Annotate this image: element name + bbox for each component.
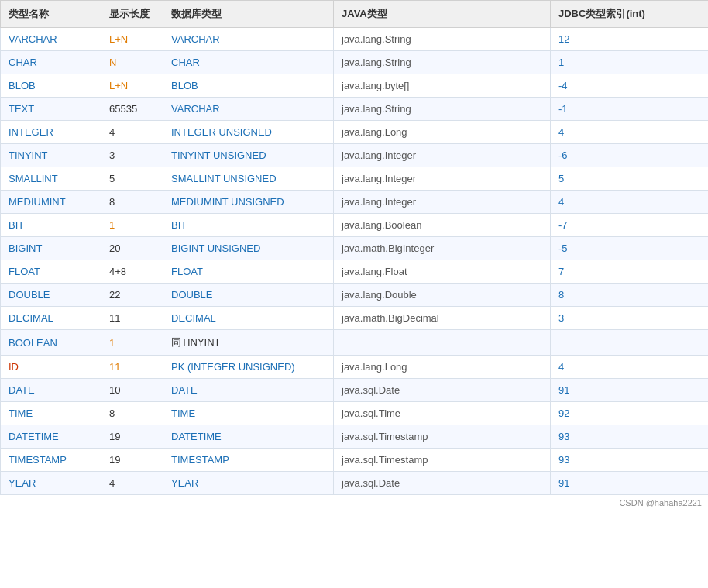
cell-type: MEDIUMINT xyxy=(1,191,101,214)
cell-len: 65535 xyxy=(101,98,163,121)
cell-java: java.sql.Time xyxy=(334,402,551,425)
cell-java: java.math.BigInteger xyxy=(334,237,551,260)
table-row: DOUBLE22DOUBLEjava.lang.Double8 xyxy=(1,284,709,307)
table-row: TEXT65535VARCHARjava.lang.String-1 xyxy=(1,98,709,121)
cell-type: DATE xyxy=(1,379,101,402)
cell-len: 19 xyxy=(101,425,163,449)
cell-db: TIMESTAMP xyxy=(163,449,334,472)
cell-jdbc: 8 xyxy=(551,284,709,307)
cell-jdbc: 92 xyxy=(551,402,709,425)
table-row: BIGINT20BIGINT UNSIGNEDjava.math.BigInte… xyxy=(1,237,709,260)
cell-len: 22 xyxy=(101,284,163,307)
cell-jdbc: 91 xyxy=(551,472,709,495)
cell-len: 4 xyxy=(101,472,163,495)
cell-java: java.lang.Integer xyxy=(334,144,551,167)
cell-type: DATETIME xyxy=(1,425,101,449)
cell-len: 8 xyxy=(101,402,163,425)
cell-db: PK (INTEGER UNSIGNED) xyxy=(163,356,334,379)
cell-jdbc: 3 xyxy=(551,307,709,330)
cell-type: TIMESTAMP xyxy=(1,449,101,472)
cell-java: java.sql.Date xyxy=(334,472,551,495)
cell-jdbc: 5 xyxy=(551,167,709,191)
table-row: TINYINT3TINYINT UNSIGNEDjava.lang.Intege… xyxy=(1,144,709,167)
cell-type: BIGINT xyxy=(1,237,101,260)
cell-len: 8 xyxy=(101,191,163,214)
cell-len: 19 xyxy=(101,449,163,472)
cell-type: INTEGER xyxy=(1,121,101,144)
cell-db: DATETIME xyxy=(163,425,334,449)
table-row: DATETIME19DATETIMEjava.sql.Timestamp93 xyxy=(1,425,709,449)
cell-db: DOUBLE xyxy=(163,284,334,307)
cell-len: 1 xyxy=(101,214,163,237)
cell-len: 20 xyxy=(101,237,163,260)
header-jdbc: JDBC类型索引(int) xyxy=(551,1,709,28)
cell-len: L+N xyxy=(101,28,163,51)
cell-db: VARCHAR xyxy=(163,98,334,121)
cell-type: TINYINT xyxy=(1,144,101,167)
cell-java: java.sql.Timestamp xyxy=(334,425,551,449)
cell-java: java.lang.Long xyxy=(334,121,551,144)
table-row: INTEGER4INTEGER UNSIGNEDjava.lang.Long4 xyxy=(1,121,709,144)
cell-jdbc: 12 xyxy=(551,28,709,51)
header-type: 类型名称 xyxy=(1,1,101,28)
table-row: BLOBL+NBLOBjava.lang.byte[]-4 xyxy=(1,74,709,98)
cell-type: DECIMAL xyxy=(1,307,101,330)
cell-java: java.lang.byte[] xyxy=(334,74,551,98)
cell-type: FLOAT xyxy=(1,260,101,284)
cell-java: java.sql.Timestamp xyxy=(334,449,551,472)
cell-db: INTEGER UNSIGNED xyxy=(163,121,334,144)
table-row: DECIMAL11DECIMALjava.math.BigDecimal3 xyxy=(1,307,709,330)
header-java: JAVA类型 xyxy=(334,1,551,28)
cell-type: BIT xyxy=(1,214,101,237)
cell-db: SMALLINT UNSIGNED xyxy=(163,167,334,191)
cell-len: 10 xyxy=(101,379,163,402)
table-row: CHARNCHARjava.lang.String1 xyxy=(1,51,709,74)
cell-java: java.sql.Date xyxy=(334,379,551,402)
cell-jdbc: 1 xyxy=(551,51,709,74)
table-row: FLOAT4+8FLOATjava.lang.Float7 xyxy=(1,260,709,284)
cell-type: VARCHAR xyxy=(1,28,101,51)
cell-len: N xyxy=(101,51,163,74)
cell-db: DATE xyxy=(163,379,334,402)
cell-db: BIGINT UNSIGNED xyxy=(163,237,334,260)
cell-type: CHAR xyxy=(1,51,101,74)
cell-db: VARCHAR xyxy=(163,28,334,51)
cell-java xyxy=(334,330,551,356)
cell-db: BLOB xyxy=(163,74,334,98)
cell-jdbc: 93 xyxy=(551,449,709,472)
cell-len: 4+8 xyxy=(101,260,163,284)
cell-type: TEXT xyxy=(1,98,101,121)
cell-java: java.lang.Boolean xyxy=(334,214,551,237)
cell-len: 5 xyxy=(101,167,163,191)
cell-java: java.lang.Integer xyxy=(334,167,551,191)
cell-jdbc: -5 xyxy=(551,237,709,260)
cell-len: 1 xyxy=(101,330,163,356)
cell-db: CHAR xyxy=(163,51,334,74)
cell-db: TINYINT UNSIGNED xyxy=(163,144,334,167)
cell-jdbc xyxy=(551,330,709,356)
cell-jdbc: 4 xyxy=(551,191,709,214)
cell-db: BIT xyxy=(163,214,334,237)
cell-java: java.lang.String xyxy=(334,51,551,74)
table-row: MEDIUMINT8MEDIUMINT UNSIGNEDjava.lang.In… xyxy=(1,191,709,214)
cell-java: java.lang.String xyxy=(334,28,551,51)
cell-jdbc: -7 xyxy=(551,214,709,237)
table-row: VARCHARL+NVARCHARjava.lang.String12 xyxy=(1,28,709,51)
cell-jdbc: -6 xyxy=(551,144,709,167)
cell-jdbc: 4 xyxy=(551,121,709,144)
cell-type: YEAR xyxy=(1,472,101,495)
table-row: TIME8TIMEjava.sql.Time92 xyxy=(1,402,709,425)
table-header: 类型名称 显示长度 数据库类型 JAVA类型 JDBC类型索引(int) xyxy=(1,1,709,28)
cell-type: DOUBLE xyxy=(1,284,101,307)
cell-len: 11 xyxy=(101,356,163,379)
cell-java: java.lang.Float xyxy=(334,260,551,284)
cell-java: java.math.BigDecimal xyxy=(334,307,551,330)
cell-jdbc: 7 xyxy=(551,260,709,284)
cell-jdbc: -1 xyxy=(551,98,709,121)
cell-db: TIME xyxy=(163,402,334,425)
cell-type: BOOLEAN xyxy=(1,330,101,356)
watermark: CSDN @hahaha2221 xyxy=(0,495,708,511)
table-row: BIT1BITjava.lang.Boolean-7 xyxy=(1,214,709,237)
cell-jdbc: 4 xyxy=(551,356,709,379)
cell-java: java.lang.Integer xyxy=(334,191,551,214)
